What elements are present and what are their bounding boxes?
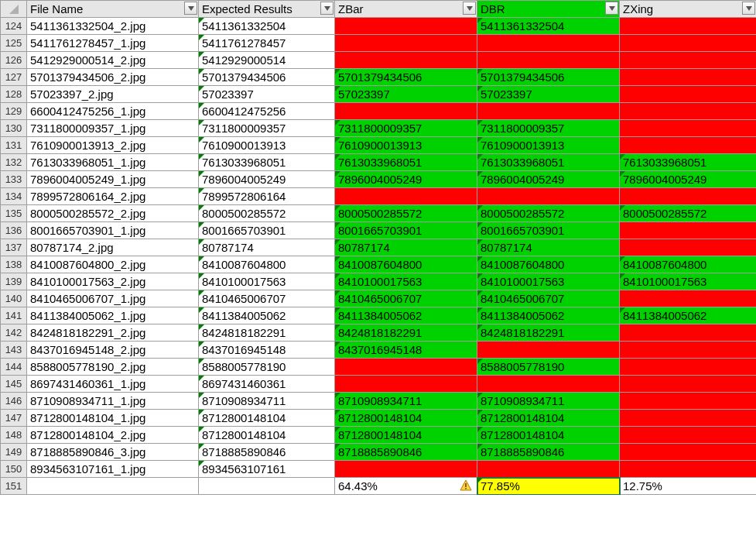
row-number[interactable]: 145 bbox=[1, 376, 27, 393]
cell-zbar[interactable]: 57023397 bbox=[335, 86, 477, 103]
cell-zxing[interactable] bbox=[620, 86, 757, 103]
row-number[interactable]: 125 bbox=[1, 35, 27, 52]
cell-dbr[interactable]: 8424818182291 bbox=[477, 324, 620, 342]
cell-zxing[interactable] bbox=[620, 35, 757, 52]
cell-zxing[interactable] bbox=[620, 18, 757, 35]
header-zbar[interactable]: ZBar bbox=[335, 1, 477, 18]
cell-zbar[interactable] bbox=[335, 188, 477, 205]
cell-zxing[interactable] bbox=[620, 342, 757, 359]
cell-dbr[interactable]: 8001665703901 bbox=[477, 222, 620, 239]
cell-dbr[interactable]: 8710908934711 bbox=[477, 393, 620, 410]
cell-file-name[interactable]: 8001665703901_1.jpg bbox=[27, 222, 199, 239]
cell-dbr[interactable]: 8588005778190 bbox=[477, 359, 620, 376]
row-number[interactable]: 138 bbox=[1, 256, 27, 273]
cell-expected[interactable]: 8410087604800 bbox=[199, 256, 335, 273]
row-number[interactable]: 140 bbox=[1, 290, 27, 307]
cell-file-name[interactable]: 8712800148104_1.jpg bbox=[27, 410, 199, 427]
cell-dbr[interactable]: 8718885890846 bbox=[477, 444, 620, 461]
cell-expected[interactable]: 7896004005249 bbox=[199, 171, 335, 188]
row-number[interactable]: 150 bbox=[1, 461, 27, 478]
cell-file-name[interactable]: 8410087604800_2.jpg bbox=[27, 256, 199, 273]
cell-dbr[interactable] bbox=[477, 342, 620, 359]
cell-expected[interactable]: 6600412475256 bbox=[199, 103, 335, 120]
row-number[interactable]: 139 bbox=[1, 273, 27, 290]
cell-file-name[interactable]: 6600412475256_1.jpg bbox=[27, 103, 199, 120]
cell-file-name[interactable]: 5411361332504_2.jpg bbox=[27, 18, 199, 35]
filter-dropdown-icon[interactable] bbox=[605, 2, 618, 15]
cell-file-name[interactable]: 8000500285572_2.jpg bbox=[27, 205, 199, 222]
cell-zbar[interactable]: 5701379434506 bbox=[335, 69, 477, 86]
cell-zxing[interactable]: 8410087604800 bbox=[620, 256, 757, 273]
cell-expected[interactable]: 5411761278457 bbox=[199, 35, 335, 52]
cell-file-name[interactable]: 8712800148104_2.jpg bbox=[27, 427, 199, 444]
cell-zxing[interactable] bbox=[620, 290, 757, 307]
row-number[interactable]: 128 bbox=[1, 86, 27, 103]
spreadsheet-table[interactable]: File Name Expected Results ZBar DBR bbox=[0, 0, 756, 495]
header-file-name[interactable]: File Name bbox=[27, 1, 199, 18]
cell-zbar[interactable]: 8001665703901 bbox=[335, 222, 477, 239]
cell-expected[interactable]: 8411384005062 bbox=[199, 307, 335, 324]
cell-zbar[interactable]: 7311800009357 bbox=[335, 120, 477, 137]
cell-dbr[interactable]: 7613033968051 bbox=[477, 154, 620, 171]
cell-file-name[interactable]: 7613033968051_1.jpg bbox=[27, 154, 199, 171]
cell-dbr[interactable] bbox=[477, 461, 620, 478]
cell-zxing[interactable] bbox=[620, 52, 757, 69]
cell-zxing-summary[interactable]: 12.75% bbox=[620, 478, 757, 495]
cell-expected[interactable]: 8588005778190 bbox=[199, 359, 335, 376]
cell-dbr[interactable]: 57023397 bbox=[477, 86, 620, 103]
row-number[interactable]: 137 bbox=[1, 239, 27, 256]
row-number[interactable]: 124 bbox=[1, 18, 27, 35]
cell-zxing[interactable] bbox=[620, 324, 757, 342]
cell-zbar[interactable] bbox=[335, 18, 477, 35]
cell-expected[interactable]: 80787174 bbox=[199, 239, 335, 256]
cell-zbar[interactable] bbox=[335, 52, 477, 69]
cell-expected[interactable]: 8712800148104 bbox=[199, 410, 335, 427]
row-number[interactable]: 143 bbox=[1, 342, 27, 359]
cell-zbar[interactable]: 8000500285572 bbox=[335, 205, 477, 222]
cell-dbr[interactable]: 8411384005062 bbox=[477, 307, 620, 324]
cell-file-name[interactable]: 8424818182291_2.jpg bbox=[27, 324, 199, 342]
cell-zxing[interactable] bbox=[620, 120, 757, 137]
cell-expected[interactable] bbox=[199, 478, 335, 495]
cell-dbr[interactable] bbox=[477, 35, 620, 52]
cell-zbar[interactable] bbox=[335, 359, 477, 376]
cell-zbar[interactable]: 8410465006707 bbox=[335, 290, 477, 307]
cell-zbar[interactable]: 7896004005249 bbox=[335, 171, 477, 188]
cell-expected[interactable]: 8000500285572 bbox=[199, 205, 335, 222]
cell-expected[interactable]: 7311800009357 bbox=[199, 120, 335, 137]
row-number[interactable]: 136 bbox=[1, 222, 27, 239]
cell-zxing[interactable] bbox=[620, 359, 757, 376]
row-number[interactable]: 148 bbox=[1, 427, 27, 444]
cell-file-name[interactable]: 7610900013913_2.jpg bbox=[27, 137, 199, 154]
cell-file-name[interactable]: 8710908934711_1.jpg bbox=[27, 393, 199, 410]
cell-zxing[interactable] bbox=[620, 444, 757, 461]
cell-expected[interactable]: 5412929000514 bbox=[199, 52, 335, 69]
cell-file-name[interactable]: 8410100017563_2.jpg bbox=[27, 273, 199, 290]
header-zxing[interactable]: ZXing bbox=[620, 1, 757, 18]
row-number[interactable]: 130 bbox=[1, 120, 27, 137]
cell-dbr[interactable]: 7610900013913 bbox=[477, 137, 620, 154]
cell-zbar[interactable]: 8424818182291 bbox=[335, 324, 477, 342]
cell-expected[interactable]: 57023397 bbox=[199, 86, 335, 103]
cell-expected[interactable]: 8410465006707 bbox=[199, 290, 335, 307]
cell-dbr[interactable]: 5411361332504 bbox=[477, 18, 620, 35]
cell-file-name[interactable]: 8588005778190_2.jpg bbox=[27, 359, 199, 376]
cell-zxing[interactable] bbox=[620, 222, 757, 239]
cell-zbar[interactable]: 8411384005062 bbox=[335, 307, 477, 324]
cell-file-name[interactable]: 7311800009357_1.jpg bbox=[27, 120, 199, 137]
cell-zxing[interactable] bbox=[620, 461, 757, 478]
cell-file-name[interactable] bbox=[27, 478, 199, 495]
row-number[interactable]: 127 bbox=[1, 69, 27, 86]
cell-file-name[interactable]: 8410465006707_1.jpg bbox=[27, 290, 199, 307]
cell-dbr[interactable]: 80787174 bbox=[477, 239, 620, 256]
cell-expected[interactable]: 5701379434506 bbox=[199, 69, 335, 86]
cell-zxing[interactable] bbox=[620, 103, 757, 120]
cell-dbr[interactable] bbox=[477, 103, 620, 120]
cell-file-name[interactable]: 80787174_2.jpg bbox=[27, 239, 199, 256]
cell-zbar[interactable]: 8410087604800 bbox=[335, 256, 477, 273]
cell-expected[interactable]: 8697431460361 bbox=[199, 376, 335, 393]
row-number[interactable]: 135 bbox=[1, 205, 27, 222]
cell-expected[interactable]: 8718885890846 bbox=[199, 444, 335, 461]
cell-zbar[interactable]: 8410100017563 bbox=[335, 273, 477, 290]
cell-zbar-summary[interactable]: 64.43% bbox=[335, 478, 477, 495]
